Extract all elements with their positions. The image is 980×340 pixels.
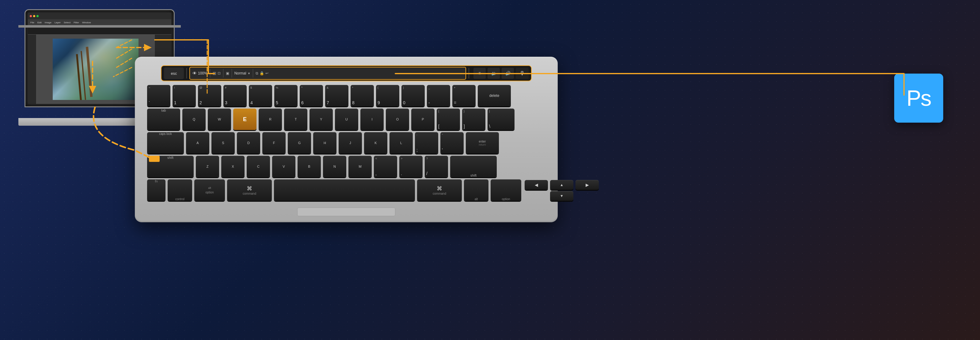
ps-tools-panel	[28, 35, 37, 104]
delete-label: delete	[489, 94, 500, 98]
key-arrow-up[interactable]: ▲	[550, 180, 573, 190]
touchpad[interactable]	[297, 208, 395, 216]
key-p[interactable]: P	[411, 109, 434, 130]
key-o[interactable]: O	[386, 109, 409, 130]
key-l[interactable]: L	[390, 132, 413, 153]
key-8[interactable]: * 8	[350, 85, 374, 106]
key-c[interactable]: C	[247, 156, 270, 177]
ps-menu-image: Image	[45, 21, 51, 24]
key-shift-left[interactable]: shift	[147, 156, 194, 177]
key-w[interactable]: W	[208, 109, 231, 130]
key-z[interactable]: Z	[196, 156, 219, 177]
key-6[interactable]: ^ 6	[300, 85, 323, 106]
key-alt-right[interactable]: alt	[464, 179, 488, 201]
key-e[interactable]: E	[233, 109, 256, 130]
tb-siri-btn[interactable]: 🎙	[516, 68, 528, 79]
key-backslash[interactable]: | \	[488, 109, 514, 130]
tb-blend-mode[interactable]: Normal ▼	[234, 71, 251, 75]
key-v[interactable]: V	[272, 156, 296, 177]
key-j[interactable]: J	[339, 132, 362, 153]
tb-transform-control[interactable]: ⊞ ⊡	[213, 71, 221, 76]
key-5[interactable]: % 5	[274, 85, 298, 106]
tb-volume-down-btn[interactable]: 🔉	[488, 68, 500, 79]
option-left-label: option	[205, 191, 213, 194]
key-tab[interactable]: tab	[147, 109, 180, 130]
key-d[interactable]: D	[237, 132, 260, 153]
key-4[interactable]: $ 4	[249, 85, 272, 106]
key-q[interactable]: Q	[182, 109, 205, 130]
touch-bar: esc 👁 100% ⊞ ⊡ ▣	[161, 65, 532, 81]
key-h[interactable]: H	[313, 132, 336, 153]
tb-esc-label: esc	[171, 71, 177, 76]
key-b[interactable]: B	[298, 156, 321, 177]
tb-sep-1	[210, 69, 210, 78]
key-t[interactable]: T	[284, 109, 307, 130]
key-tilde[interactable]: ~ `	[147, 85, 170, 106]
key-arrow-right[interactable]: ▶	[576, 180, 599, 190]
key-option-left[interactable]: alt option	[194, 179, 225, 201]
key-x[interactable]: X	[221, 156, 245, 177]
ps-logo-text: Ps	[907, 86, 931, 111]
tb-volume-up-btn[interactable]: 🔊	[502, 68, 514, 79]
key-slash[interactable]: ? /	[425, 156, 448, 177]
key-fn[interactable]: fn	[147, 179, 165, 201]
key-control[interactable]: control	[168, 179, 192, 201]
key-s[interactable]: S	[212, 132, 235, 153]
layer-undo-icon: ↩	[266, 71, 269, 75]
key-9[interactable]: ( 9	[376, 85, 399, 106]
key-bracket-r[interactable]: } ]	[462, 109, 485, 130]
tb-visibility-icon[interactable]: 👁 100%	[192, 71, 207, 76]
zxcv-row: shift Z X C V B N M < , > . ?	[147, 156, 546, 177]
key-g[interactable]: G	[288, 132, 311, 153]
key-1[interactable]: ! 1	[172, 85, 196, 106]
key-minus[interactable]: _ -	[427, 85, 450, 106]
key-caps-lock[interactable]: caps lock	[147, 132, 184, 153]
command-left-symbol: ⌘	[247, 185, 252, 192]
caps-lock-label: caps lock	[159, 132, 172, 136]
key-shift-right[interactable]: shift	[450, 156, 497, 177]
key-semicolon[interactable]: : ;	[415, 132, 438, 153]
tb-layer-control[interactable]: ▣	[226, 71, 229, 75]
key-f[interactable]: F	[262, 132, 286, 153]
tb-sep-3	[232, 69, 232, 78]
transform-icon: ⊞	[213, 71, 216, 76]
key-m[interactable]: M	[348, 156, 372, 177]
tb-sep-2	[223, 69, 223, 78]
tb-transform-label: ⊡	[218, 71, 221, 75]
key-comma[interactable]: < ,	[374, 156, 397, 177]
ps-menu-file: File	[30, 21, 34, 24]
key-enter[interactable]: enter return	[466, 132, 499, 153]
key-period[interactable]: > .	[399, 156, 423, 177]
key-0[interactable]: ) 0	[401, 85, 425, 106]
key-y[interactable]: Y	[310, 109, 333, 130]
tb-layer-icons[interactable]: ⧉ 🔒 ↩	[256, 71, 269, 75]
ps-menu-filter: Filter	[73, 21, 79, 24]
alt-right-label: alt	[475, 198, 478, 201]
key-7[interactable]: & 7	[325, 85, 348, 106]
tb-brightness-btn[interactable]: ☀	[474, 68, 486, 79]
key-k[interactable]: K	[364, 132, 387, 153]
ps-image	[53, 38, 138, 100]
key-quote[interactable]: " '	[441, 132, 464, 153]
key-r[interactable]: R	[259, 109, 282, 130]
key-2[interactable]: @ 2	[198, 85, 221, 106]
key-command-right[interactable]: ⌘ command	[417, 179, 462, 201]
key-command-left[interactable]: ⌘ command	[227, 179, 272, 201]
key-i[interactable]: I	[360, 109, 383, 130]
key-u[interactable]: U	[335, 109, 358, 130]
key-arrow-left[interactable]: ◀	[525, 180, 548, 190]
key-equals[interactable]: + =	[452, 85, 476, 106]
ps-menu-layer: Layer	[54, 21, 60, 24]
tb-esc-key[interactable]: esc	[164, 67, 184, 79]
key-3[interactable]: # 3	[223, 85, 247, 106]
key-a[interactable]: A	[186, 132, 209, 153]
asdf-row: caps lock A S D F G H J K L : ; " '	[147, 132, 546, 153]
key-space[interactable]	[274, 179, 415, 201]
macbook-hinge	[18, 25, 181, 27]
key-delete[interactable]: delete	[478, 85, 511, 106]
blend-dropdown-icon: ▼	[247, 72, 250, 75]
key-option-right[interactable]: option	[491, 179, 521, 201]
key-bracket-l[interactable]: { [	[437, 109, 460, 130]
key-n[interactable]: N	[323, 156, 346, 177]
key-arrow-down[interactable]: ▼	[550, 191, 573, 201]
